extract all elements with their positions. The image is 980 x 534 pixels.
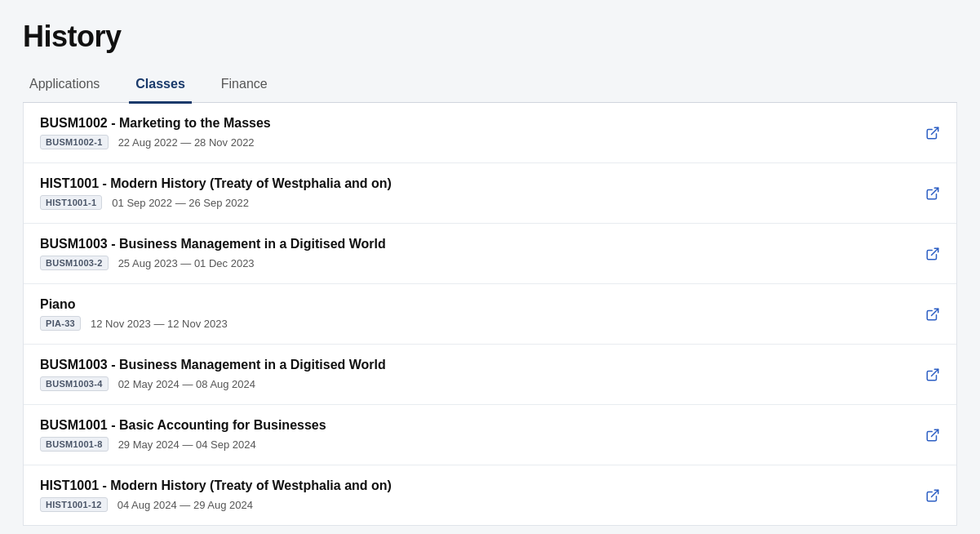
list-item[interactable]: BUSM1003 - Business Management in a Digi… <box>24 224 956 284</box>
external-link-icon[interactable] <box>925 367 940 382</box>
external-link-icon[interactable] <box>925 126 940 140</box>
class-info: BUSM1003 - Business Management in a Digi… <box>40 358 386 391</box>
class-code: PIA-33 <box>40 316 81 331</box>
tab-classes[interactable]: Classes <box>129 69 192 104</box>
class-meta: BUSM1003-4 02 May 2024 — 08 Aug 2024 <box>40 376 386 391</box>
class-info: BUSM1001 - Basic Accounting for Business… <box>40 418 326 452</box>
class-info: Piano PIA-33 12 Nov 2023 — 12 Nov 2023 <box>40 297 228 331</box>
class-meta: BUSM1003-2 25 Aug 2023 — 01 Dec 2023 <box>40 256 386 270</box>
svg-line-5 <box>932 429 938 436</box>
class-dates: 02 May 2024 — 08 Aug 2024 <box>118 378 255 390</box>
class-name: BUSM1002 - Marketing to the Masses <box>40 116 271 131</box>
tab-finance[interactable]: Finance <box>215 69 274 104</box>
class-meta: BUSM1002-1 22 Aug 2022 — 28 Nov 2022 <box>40 135 271 149</box>
external-link-icon[interactable] <box>925 186 940 201</box>
class-dates: 29 May 2024 — 04 Sep 2024 <box>118 438 256 451</box>
class-meta: BUSM1001-8 29 May 2024 — 04 Sep 2024 <box>40 437 326 452</box>
class-name: BUSM1003 - Business Management in a Digi… <box>40 237 386 251</box>
external-link-icon[interactable] <box>925 307 940 322</box>
external-link-icon[interactable] <box>925 247 940 261</box>
class-name: HIST1001 - Modern History (Treaty of Wes… <box>40 478 392 493</box>
class-info: HIST1001 - Modern History (Treaty of Wes… <box>40 176 392 210</box>
list-item[interactable]: HIST1001 - Modern History (Treaty of Wes… <box>24 465 956 525</box>
list-item[interactable]: BUSM1002 - Marketing to the Masses BUSM1… <box>24 103 956 163</box>
classes-list: BUSM1002 - Marketing to the Masses BUSM1… <box>23 103 957 526</box>
class-meta: PIA-33 12 Nov 2023 — 12 Nov 2023 <box>40 316 228 331</box>
svg-line-4 <box>932 369 938 376</box>
class-code: HIST1001-12 <box>40 497 108 512</box>
external-link-icon[interactable] <box>925 488 940 503</box>
svg-line-1 <box>932 188 938 194</box>
list-item[interactable]: HIST1001 - Modern History (Treaty of Wes… <box>24 163 956 224</box>
class-code: BUSM1002-1 <box>40 135 109 149</box>
external-link-icon[interactable] <box>925 428 940 443</box>
list-item[interactable]: BUSM1003 - Business Management in a Digi… <box>24 345 956 405</box>
class-name: Piano <box>40 297 228 312</box>
class-dates: 25 Aug 2023 — 01 Dec 2023 <box>118 257 255 269</box>
class-name: HIST1001 - Modern History (Treaty of Wes… <box>40 176 392 191</box>
class-meta: HIST1001-12 04 Aug 2024 — 29 Aug 2024 <box>40 497 392 512</box>
class-dates: 22 Aug 2022 — 28 Nov 2022 <box>118 136 255 149</box>
class-dates: 01 Sep 2022 — 26 Sep 2022 <box>112 197 249 209</box>
class-info: BUSM1003 - Business Management in a Digi… <box>40 237 386 270</box>
class-code: BUSM1001-8 <box>40 437 109 452</box>
page-container: History Applications Classes Finance BUS… <box>0 0 980 534</box>
class-info: HIST1001 - Modern History (Treaty of Wes… <box>40 478 392 512</box>
list-item[interactable]: Piano PIA-33 12 Nov 2023 — 12 Nov 2023 <box>24 284 956 345</box>
class-code: BUSM1003-2 <box>40 256 109 270</box>
tabs-container: Applications Classes Finance <box>23 67 957 103</box>
page-title: History <box>23 20 957 54</box>
class-meta: HIST1001-1 01 Sep 2022 — 26 Sep 2022 <box>40 195 392 210</box>
class-info: BUSM1002 - Marketing to the Masses BUSM1… <box>40 116 271 149</box>
svg-line-6 <box>932 490 938 496</box>
class-name: BUSM1003 - Business Management in a Digi… <box>40 358 386 372</box>
svg-line-2 <box>932 248 938 255</box>
svg-line-0 <box>932 127 938 134</box>
svg-line-3 <box>932 309 938 315</box>
class-dates: 12 Nov 2023 — 12 Nov 2023 <box>91 318 228 330</box>
class-dates: 04 Aug 2024 — 29 Aug 2024 <box>118 499 253 511</box>
class-code: HIST1001-1 <box>40 195 102 210</box>
class-code: BUSM1003-4 <box>40 376 109 391</box>
class-name: BUSM1001 - Basic Accounting for Business… <box>40 418 326 433</box>
list-item[interactable]: BUSM1001 - Basic Accounting for Business… <box>24 405 956 465</box>
tab-applications[interactable]: Applications <box>23 69 106 104</box>
